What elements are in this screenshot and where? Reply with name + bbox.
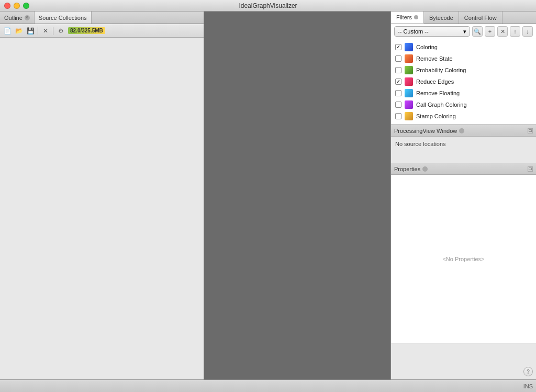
no-properties-text: <No Properties> xyxy=(442,256,484,262)
processing-view-window: ProcessingView Window □ No source locati… xyxy=(391,125,536,163)
save-btn[interactable]: 💾 xyxy=(25,26,36,36)
filters-panel: -- Custom -- ▾ 🔍 + ✕ ↑ ↓ Coloring xyxy=(391,24,536,125)
maximize-button[interactable] xyxy=(23,3,29,9)
properties-panel: Properties □ <No Properties> xyxy=(391,163,536,343)
toolbar-sep-1 xyxy=(38,27,38,35)
filter-btn-2[interactable]: + xyxy=(485,26,495,37)
left-panel: Outline ✕ Source Collections 📄 📂 💾 ✕ ⚙ 8… xyxy=(0,12,204,379)
bottom-bar: INS xyxy=(0,379,536,392)
icon-probability-coloring xyxy=(405,66,413,74)
checkbox-stamp-coloring[interactable] xyxy=(395,113,401,119)
left-tab-bar: Outline ✕ Source Collections xyxy=(0,12,204,24)
filter-item-remove-state[interactable]: Remove State xyxy=(391,53,536,64)
properties-content: <No Properties> xyxy=(391,175,536,343)
properties-title: Properties xyxy=(394,166,428,172)
checkbox-remove-state[interactable] xyxy=(395,55,401,62)
left-content xyxy=(0,38,204,379)
chevron-down-icon: ▾ xyxy=(463,28,466,35)
filter-item-remove-floating[interactable]: Remove Floating xyxy=(391,87,536,99)
filter-item-call-graph-coloring[interactable]: Call Graph Coloring xyxy=(391,99,536,110)
label-stamp-coloring: Stamp Coloring xyxy=(416,113,456,119)
center-panel[interactable] xyxy=(204,12,390,379)
processing-view-maximize-icon[interactable]: □ xyxy=(528,128,533,133)
left-toolbar: 📄 📂 💾 ✕ ⚙ 82.0/325.5MB xyxy=(0,24,204,38)
label-reduce-edges: Reduce Edges xyxy=(416,79,454,85)
icon-reduce-edges xyxy=(405,77,413,86)
checkbox-remove-floating[interactable] xyxy=(395,90,401,96)
icon-call-graph-coloring xyxy=(405,100,413,109)
filters-dropdown-row: -- Custom -- ▾ 🔍 + ✕ ↑ ↓ xyxy=(391,24,536,39)
filter-item-reduce-edges[interactable]: Reduce Edges xyxy=(391,76,536,87)
processing-view-header: ProcessingView Window □ xyxy=(391,125,536,137)
icon-remove-state xyxy=(405,54,413,63)
tab-control-flow[interactable]: Control Flow xyxy=(459,12,502,24)
checkbox-coloring[interactable] xyxy=(395,44,401,50)
tab-bytecode[interactable]: Bytecode xyxy=(424,12,459,24)
tab-source-collections[interactable]: Source Collections xyxy=(35,12,92,24)
icon-stamp-coloring xyxy=(405,112,413,120)
filter-btn-5[interactable]: ↓ xyxy=(522,26,533,37)
filter-btn-3[interactable]: ✕ xyxy=(497,26,508,37)
custom-dropdown[interactable]: -- Custom -- ▾ xyxy=(394,26,470,37)
tab-filters[interactable]: Filters xyxy=(391,12,424,24)
right-panel: Filters Bytecode Control Flow -- Custom … xyxy=(390,12,536,379)
filter-item-coloring[interactable]: Coloring xyxy=(391,41,536,53)
tab-outline[interactable]: Outline ✕ xyxy=(0,12,35,24)
properties-header: Properties □ xyxy=(391,163,536,175)
status-text: INS xyxy=(523,383,533,389)
checkbox-call-graph-coloring[interactable] xyxy=(395,102,401,108)
memory-badge: 82.0/325.5MB xyxy=(68,27,105,34)
properties-maximize-icon[interactable]: □ xyxy=(528,166,533,172)
new-btn[interactable]: 📄 xyxy=(2,26,13,36)
traffic-lights xyxy=(4,3,29,9)
checkbox-reduce-edges[interactable] xyxy=(395,79,401,85)
processing-view-content: No source locations xyxy=(391,137,536,163)
processing-view-close-icon[interactable] xyxy=(459,128,464,133)
tab-filters-close[interactable] xyxy=(414,15,418,19)
checkbox-probability-coloring[interactable] xyxy=(395,67,401,73)
close-btn[interactable]: ✕ xyxy=(40,26,51,36)
app-title: IdealGraphVisualizer xyxy=(239,2,297,9)
help-button[interactable]: ? xyxy=(523,367,533,376)
toolbar-sep-2 xyxy=(53,27,53,35)
filter-btn-4[interactable]: ↑ xyxy=(510,26,520,37)
minimize-button[interactable] xyxy=(14,3,20,9)
no-source-locations-text: No source locations xyxy=(395,141,446,147)
close-button[interactable] xyxy=(4,3,10,9)
icon-remove-floating xyxy=(405,89,413,97)
properties-close-icon[interactable] xyxy=(422,166,428,172)
filter-item-probability-coloring[interactable]: Probability Coloring xyxy=(391,64,536,76)
right-bottom-bar: ? xyxy=(391,343,536,379)
filter-item-stamp-coloring[interactable]: Stamp Coloring xyxy=(391,110,536,122)
label-probability-coloring: Probability Coloring xyxy=(416,67,466,73)
filters-list: Coloring Remove State Probability Colori… xyxy=(391,39,536,124)
main-area: Outline ✕ Source Collections 📄 📂 💾 ✕ ⚙ 8… xyxy=(0,12,536,379)
processing-view-title: ProcessingView Window xyxy=(394,128,464,134)
tab-outline-close[interactable]: ✕ xyxy=(25,15,30,20)
label-call-graph-coloring: Call Graph Coloring xyxy=(416,102,467,108)
filter-btn-1[interactable]: 🔍 xyxy=(472,26,483,37)
icon-coloring xyxy=(405,43,413,51)
label-remove-floating: Remove Floating xyxy=(416,90,460,96)
settings-btn[interactable]: ⚙ xyxy=(55,26,66,36)
titlebar: IdealGraphVisualizer xyxy=(0,0,536,12)
label-coloring: Coloring xyxy=(416,44,438,50)
open-btn[interactable]: 📂 xyxy=(14,26,24,36)
right-tab-bar: Filters Bytecode Control Flow xyxy=(391,12,536,24)
label-remove-state: Remove State xyxy=(416,55,453,62)
